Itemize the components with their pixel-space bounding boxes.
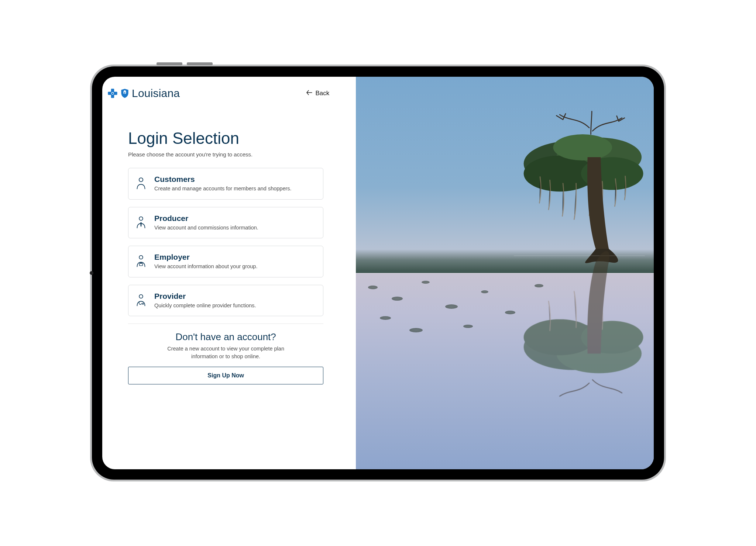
svg-rect-3	[124, 92, 125, 96]
page-title: Login Selection	[128, 129, 323, 148]
hero-image	[356, 77, 654, 469]
arrow-left-icon	[306, 90, 312, 97]
person-briefcase-icon	[135, 253, 147, 268]
tablet-device-frame: Louisiana Back Login Selection Please ch…	[90, 65, 666, 481]
card-desc: Create and manage accounts for members a…	[154, 185, 292, 193]
no-account-title: Don't have an account?	[128, 331, 323, 343]
card-title: Employer	[154, 253, 257, 262]
card-title: Provider	[154, 292, 256, 301]
svg-point-9	[142, 303, 144, 304]
person-tie-icon	[135, 215, 147, 229]
brand-logo[interactable]: Louisiana	[107, 87, 180, 100]
no-account-section: Don't have an account? Create a new acco…	[128, 331, 323, 384]
svg-rect-7	[140, 263, 143, 266]
hardware-button	[157, 62, 182, 65]
bluecross-icon	[107, 88, 118, 99]
login-card-customers[interactable]: Customers Create and manage accounts for…	[128, 168, 323, 200]
cypress-tree-icon	[514, 108, 645, 438]
svg-point-5	[139, 217, 143, 220]
person-stethoscope-icon	[135, 293, 147, 307]
top-bar: Louisiana Back	[106, 85, 346, 100]
no-account-desc: Create a new account to view your comple…	[159, 345, 292, 360]
svg-point-6	[139, 256, 143, 259]
screen: Louisiana Back Login Selection Please ch…	[102, 77, 654, 469]
svg-point-14	[553, 134, 612, 160]
blueshield-icon	[121, 88, 129, 99]
svg-point-4	[139, 178, 143, 182]
main-content: Login Selection Please choose the accoun…	[106, 100, 346, 384]
back-label: Back	[315, 90, 329, 97]
left-panel: Louisiana Back Login Selection Please ch…	[102, 77, 356, 469]
card-desc: Quickly complete online provider functio…	[154, 302, 256, 310]
signup-button[interactable]: Sign Up Now	[128, 367, 323, 384]
svg-rect-15	[514, 255, 645, 256]
card-title: Producer	[154, 214, 258, 223]
page-subtitle: Please choose the account you're trying …	[128, 151, 323, 158]
login-card-provider[interactable]: Provider Quickly complete online provide…	[128, 285, 323, 317]
back-button[interactable]: Back	[306, 90, 344, 97]
camera-dot	[90, 271, 93, 275]
login-card-employer[interactable]: Employer View account information about …	[128, 246, 323, 277]
hardware-button	[187, 62, 213, 65]
svg-point-8	[139, 294, 143, 298]
card-desc: View account information about your grou…	[154, 263, 257, 270]
brand-name: Louisiana	[132, 87, 180, 100]
person-icon	[135, 176, 147, 190]
divider	[128, 324, 323, 324]
card-desc: View account and commissions information…	[154, 224, 258, 232]
card-title: Customers	[154, 175, 292, 184]
login-card-producer[interactable]: Producer View account and commissions in…	[128, 207, 323, 239]
